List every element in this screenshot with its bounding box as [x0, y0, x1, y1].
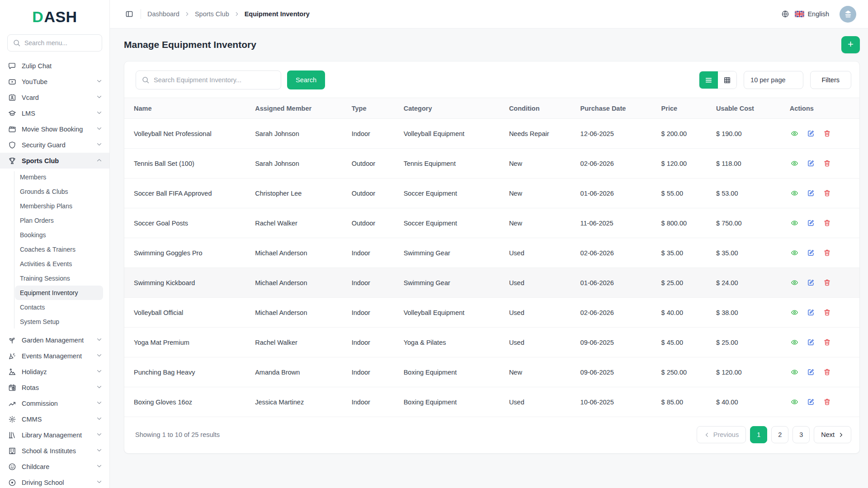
- edit-button[interactable]: [806, 188, 816, 198]
- search-icon: [142, 76, 150, 84]
- add-equipment-button[interactable]: +: [841, 36, 860, 53]
- view-button[interactable]: [790, 218, 799, 228]
- edit-icon: [807, 130, 815, 137]
- breadcrumb-sports-club[interactable]: Sports Club: [195, 10, 229, 18]
- delete-button[interactable]: [822, 278, 832, 287]
- chevron-down-icon: [96, 110, 102, 116]
- breadcrumb-dashboard[interactable]: Dashboard: [147, 10, 179, 18]
- delete-button[interactable]: [822, 188, 832, 198]
- view-button[interactable]: [790, 338, 799, 347]
- sidebar-item-cmms[interactable]: CMMS: [0, 411, 109, 427]
- chevron-down-icon: [96, 368, 102, 374]
- sidebar-subitem-coaches-trainers[interactable]: Coaches & Trainers: [0, 242, 109, 257]
- sidebar-subitem-contacts[interactable]: Contacts: [0, 300, 109, 314]
- edit-button[interactable]: [806, 129, 816, 138]
- sidebar-item-library-management[interactable]: Library Management: [0, 427, 109, 443]
- edit-button[interactable]: [806, 248, 816, 258]
- trash-icon: [823, 368, 831, 376]
- sidebar-subitem-equipment-inventory[interactable]: Equipment Inventory: [15, 286, 103, 300]
- cell-member: Jessica Martinez: [250, 387, 347, 417]
- view-button[interactable]: [790, 278, 799, 287]
- view-button[interactable]: [790, 129, 799, 138]
- sidebar-subitem-grounds-clubs[interactable]: Grounds & Clubs: [0, 184, 109, 199]
- sidebar-item-vcard[interactable]: Vcard: [0, 89, 109, 105]
- sidebar-item-lms[interactable]: LMS: [0, 105, 109, 121]
- delete-button[interactable]: [822, 129, 832, 138]
- sidebar-subitem-bookings[interactable]: Bookings: [0, 228, 109, 242]
- delete-button[interactable]: [822, 338, 832, 347]
- edit-button[interactable]: [806, 278, 816, 287]
- cell-actions: [785, 268, 859, 298]
- delete-button[interactable]: [822, 159, 832, 168]
- sidebar-item-events-management[interactable]: Events Management: [0, 348, 109, 364]
- sidebar-subitem-activities-events[interactable]: Activities & Events: [0, 257, 109, 271]
- sidebar-item-label: LMS: [22, 110, 91, 117]
- sidebar-subitem-plan-orders[interactable]: Plan Orders: [0, 213, 109, 228]
- delete-button[interactable]: [822, 397, 832, 407]
- sidebar-toggle-button[interactable]: [124, 9, 134, 19]
- edit-button[interactable]: [806, 338, 816, 347]
- sidebar-item-youtube[interactable]: YouTube: [0, 74, 109, 89]
- filters-button[interactable]: Filters: [810, 71, 851, 89]
- user-avatar[interactable]: [840, 6, 856, 23]
- view-button[interactable]: [790, 159, 799, 168]
- sidebar-subitem-members[interactable]: Members: [0, 170, 109, 184]
- cell-member: Michael Anderson: [250, 238, 347, 268]
- search-button[interactable]: Search: [287, 70, 325, 89]
- grid-icon: [723, 76, 731, 84]
- cell-member: Rachel Walker: [250, 328, 347, 357]
- view-button[interactable]: [790, 248, 799, 258]
- edit-button[interactable]: [806, 367, 816, 377]
- edit-button[interactable]: [806, 308, 816, 317]
- sidebar-item-school-institutes[interactable]: School & Institutes: [0, 443, 109, 459]
- sidebar-subitem-system-setup[interactable]: System Setup: [0, 314, 109, 329]
- sidebar-item-holidayz[interactable]: Holidayz: [0, 364, 109, 380]
- building-icon: [843, 9, 853, 19]
- sidebar-item-security-guard[interactable]: Security Guard: [0, 137, 109, 153]
- sidebar-item-childcare[interactable]: Childcare: [0, 459, 109, 474]
- sidebar-item-commission[interactable]: Commission: [0, 395, 109, 411]
- delete-button[interactable]: [822, 248, 832, 258]
- next-page-button[interactable]: Next: [814, 426, 851, 443]
- delete-button[interactable]: [822, 308, 832, 317]
- sidebar-item-label: Commission: [22, 400, 91, 407]
- edit-button[interactable]: [806, 159, 816, 168]
- list-view-button[interactable]: [699, 71, 718, 89]
- grid-view-button[interactable]: [718, 71, 736, 89]
- sidebar-subitem-training-sessions[interactable]: Training Sessions: [0, 271, 109, 286]
- column-header-name[interactable]: Name: [124, 98, 250, 119]
- cell-member: Sarah Johnson: [250, 119, 347, 149]
- sidebar-item-movie-show-booking[interactable]: Movie Show Booking: [0, 121, 109, 137]
- previous-page-button[interactable]: Previous: [697, 426, 746, 443]
- globe-button[interactable]: [781, 10, 789, 18]
- page-title: Manage Equipment Inventory: [124, 39, 256, 50]
- page-button-2[interactable]: 2: [771, 426, 788, 443]
- sidebar-item-sports-club[interactable]: Sports Club: [0, 153, 109, 169]
- per-page-select[interactable]: 10 per page: [744, 71, 803, 89]
- toolbar-left: Search: [136, 70, 325, 89]
- equipment-search-input[interactable]: [154, 76, 275, 84]
- edit-button[interactable]: [806, 397, 816, 407]
- sidebar-item-label: CMMS: [22, 416, 91, 423]
- page-button-1[interactable]: 1: [750, 426, 767, 443]
- chevron-down-icon: [96, 337, 102, 343]
- delete-button[interactable]: [822, 367, 832, 377]
- sidebar-subitem-membership-plans[interactable]: Membership Plans: [0, 199, 109, 213]
- submenu-sports-club: MembersGrounds & ClubsMembership PlansPl…: [0, 169, 109, 332]
- chevron-right-icon: [234, 11, 240, 17]
- language-selector[interactable]: English: [795, 10, 832, 18]
- sidebar-item-garden-management[interactable]: Garden Management: [0, 332, 109, 348]
- sidebar-item-zulip-chat[interactable]: Zulip Chat: [0, 58, 109, 74]
- sidebar-search-input[interactable]: [24, 39, 97, 47]
- page-button-3[interactable]: 3: [793, 426, 810, 443]
- view-button[interactable]: [790, 397, 799, 407]
- sidebar-item-rotas[interactable]: Rotas: [0, 380, 109, 395]
- view-button[interactable]: [790, 188, 799, 198]
- view-button[interactable]: [790, 367, 799, 377]
- delete-button[interactable]: [822, 218, 832, 228]
- sidebar-item-driving-school[interactable]: Driving School: [0, 474, 109, 488]
- view-button[interactable]: [790, 308, 799, 317]
- cell-date: 09-06-2025: [576, 328, 657, 357]
- edit-button[interactable]: [806, 218, 816, 228]
- cell-category: Boxing Equipment: [399, 387, 505, 417]
